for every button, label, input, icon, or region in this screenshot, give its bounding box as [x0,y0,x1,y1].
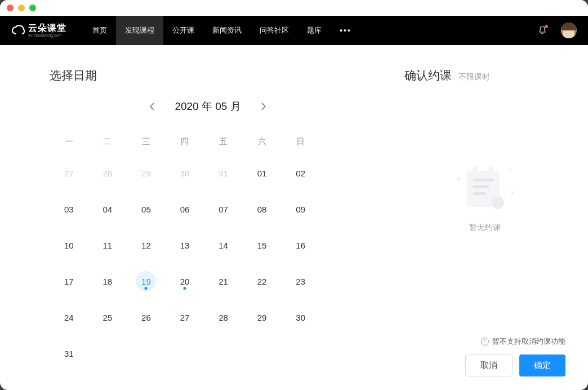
weekday-header: 六 [243,128,282,155]
empty-illustration-icon: ✕ ○ ✕ [457,165,513,212]
calendar-day[interactable]: 18 [88,263,127,299]
calendar-day[interactable]: 04 [88,191,127,227]
avatar[interactable] [561,23,577,38]
calendar-day[interactable]: 29 [243,299,282,335]
calendar-day[interactable]: 19 [127,263,166,299]
calendar-day[interactable]: 21 [204,263,243,299]
calendar-day[interactable]: 22 [243,263,282,299]
weekday-header: 一 [50,128,88,155]
calendar-day[interactable]: 01 [243,155,282,191]
nav-more-icon[interactable]: ••• [331,26,360,35]
next-month-button[interactable] [257,100,270,113]
calendar-day[interactable]: 23 [281,263,320,299]
event-dot-icon [145,287,148,290]
notification-dot-icon [545,25,548,28]
logo-text: 云朵课堂 [28,24,66,33]
calendar-day[interactable]: 15 [243,227,282,263]
chevron-right-icon [261,103,266,110]
cancel-button[interactable]: 取消 [465,354,513,376]
calendar-day[interactable]: 31 [50,335,88,371]
calendar-day[interactable]: 02 [281,155,320,191]
window-minimize-button[interactable] [18,5,25,11]
empty-state: ✕ ○ ✕ 暂无约课 [404,83,565,336]
calendar-title: 选择日期 [50,68,366,83]
footer-note-text: 暂不支持取消约课功能 [492,336,565,347]
calendar-day[interactable]: 17 [50,263,88,299]
booking-panel: 确认约课 不限课时 ✕ ○ ✕ 暂无约课 ! [393,45,588,390]
empty-state-text: 暂无约课 [469,223,501,233]
confirm-button[interactable]: 确定 [519,354,565,376]
top-navbar: 云朵课堂 yunduoketang.com 首页发现课程公开课新闻资讯问答社区题… [0,16,588,45]
calendar-day[interactable]: 03 [50,191,88,227]
calendar-panel: 选择日期 2020 年 05 月 一二三四五六日2728293031010203… [0,45,393,390]
weekday-header: 四 [166,128,204,155]
calendar-day[interactable]: 12 [127,227,166,263]
calendar-day[interactable]: 24 [50,299,88,335]
calendar-day[interactable]: 30 [281,299,320,335]
calendar-day[interactable]: 05 [127,191,166,227]
nav-item[interactable]: 问答社区 [251,16,298,45]
main-content: 选择日期 2020 年 05 月 一二三四五六日2728293031010203… [0,45,588,390]
calendar-day[interactable]: 08 [243,191,282,227]
prev-month-button[interactable] [145,100,159,113]
weekday-header: 五 [204,128,243,155]
calendar-day[interactable]: 14 [204,227,243,263]
calendar-day[interactable]: 16 [281,227,320,263]
calendar-day[interactable]: 06 [166,191,204,227]
weekday-header: 二 [88,128,127,155]
calendar-day[interactable]: 26 [127,299,166,335]
booking-title: 确认约课 [404,68,452,83]
logo[interactable]: 云朵课堂 yunduoketang.com [11,24,66,37]
calendar-day[interactable]: 31 [204,155,243,191]
calendar-grid: 一二三四五六日272829303101020304050607080910111… [50,128,320,371]
chevron-left-icon [149,103,155,110]
nav-item[interactable]: 首页 [83,16,116,45]
event-dot-icon [183,287,186,290]
calendar-day[interactable]: 29 [127,155,166,191]
calendar-day[interactable]: 11 [88,227,127,263]
calendar-day[interactable]: 27 [166,299,204,335]
nav-item[interactable]: 公开课 [163,16,203,45]
notifications-button[interactable] [537,25,547,36]
logo-subtext: yunduoketang.com [28,33,66,37]
calendar-day[interactable]: 25 [88,299,127,335]
calendar-day[interactable]: 27 [50,155,88,191]
month-label: 2020 年 05 月 [175,99,240,114]
nav-item[interactable]: 题库 [298,16,331,45]
nav-item[interactable]: 发现课程 [116,16,163,45]
calendar-day[interactable]: 28 [88,155,127,191]
app-window: 云朵课堂 yunduoketang.com 首页发现课程公开课新闻资讯问答社区题… [0,0,588,390]
calendar-day[interactable]: 07 [204,191,243,227]
nav-items: 首页发现课程公开课新闻资讯问答社区题库 [83,16,331,45]
window-maximize-button[interactable] [29,5,36,11]
footer-note: ! 暂不支持取消约课功能 [404,336,565,347]
nav-item[interactable]: 新闻资讯 [203,16,251,45]
cloud-icon [11,24,26,37]
booking-subtitle: 不限课时 [458,72,490,82]
calendar-day[interactable]: 30 [166,155,204,191]
action-buttons: 取消 确定 [404,354,565,376]
calendar-day[interactable]: 28 [204,299,243,335]
calendar-day[interactable]: 13 [166,227,204,263]
weekday-header: 三 [127,128,166,155]
booking-header: 确认约课 不限课时 [404,68,565,83]
weekday-header: 日 [281,128,320,155]
calendar-nav: 2020 年 05 月 [50,99,366,114]
window-close-button[interactable] [7,5,14,11]
window-titlebar [0,0,588,16]
calendar-day[interactable]: 09 [281,191,320,227]
calendar-day[interactable]: 20 [166,263,204,299]
info-icon: ! [481,338,489,345]
calendar-day[interactable]: 10 [50,227,88,263]
